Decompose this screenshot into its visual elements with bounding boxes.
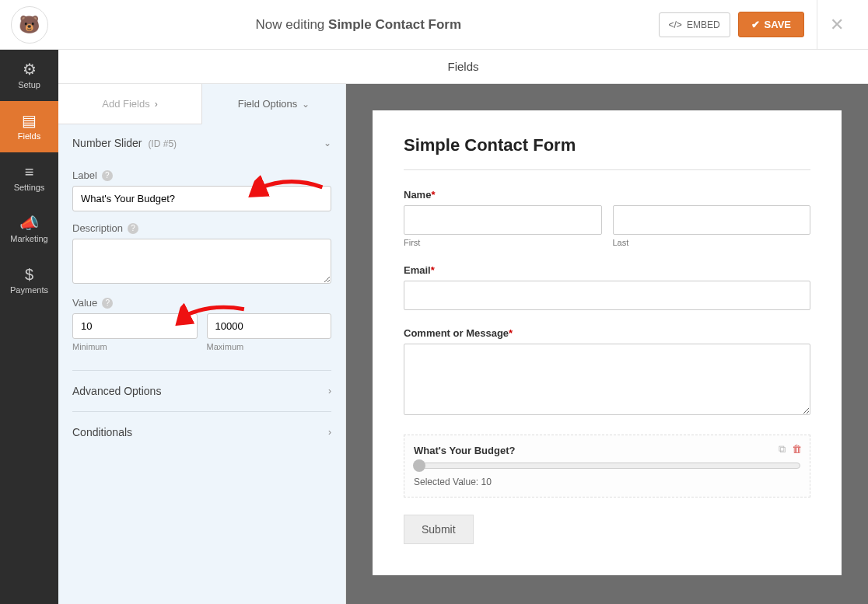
email-input[interactable] [404,281,810,310]
close-button[interactable]: ✕ [817,0,856,49]
slider-thumb[interactable] [413,459,425,472]
label-label: Label ? [72,169,331,181]
required-mark: * [431,189,435,201]
description-input[interactable] [72,239,331,284]
rail-item-setup[interactable]: ⚙ Setup [0,50,58,101]
rail-item-payments[interactable]: $ Payments [0,255,58,306]
embed-label: EMBED [687,19,720,30]
embed-button[interactable]: </> EMBED [659,12,730,37]
help-icon[interactable]: ? [102,298,113,309]
field-comment[interactable]: Comment or Message* [404,327,810,417]
form-card: Simple Contact Form Name* First [373,110,842,575]
accordion-label: Conditionals [72,426,132,438]
conditionals-toggle[interactable]: Conditionals › [72,412,331,452]
chevron-right-icon: › [328,386,331,396]
rail-label: Fields [18,131,40,141]
required-mark: * [509,327,513,339]
sliders-icon: ≡ [25,164,34,180]
delete-icon[interactable]: 🗑 [792,443,802,456]
comment-input[interactable] [404,344,810,415]
rail-label: Payments [10,285,48,295]
rail-label: Marketing [10,234,47,243]
rail-item-fields[interactable]: ▤ Fields [0,101,58,152]
tab-label: Add Fields [102,98,149,110]
section-title: Fields [58,50,868,84]
rail-item-marketing[interactable]: 📣 Marketing [0,204,58,255]
slider-label: What's Your Budget? [414,445,800,456]
help-icon[interactable]: ? [102,170,113,181]
chevron-right-icon: › [328,427,331,438]
min-input[interactable] [72,313,198,339]
options-panel: Add Fields › Field Options ⌄ Number Slid… [58,84,346,604]
tab-add-fields[interactable]: Add Fields › [58,84,201,124]
max-input[interactable] [207,313,332,339]
label-input[interactable] [72,186,331,211]
slider-value-text: Selected Value: 10 [414,477,800,487]
advanced-options-toggle[interactable]: Advanced Options › [72,371,331,411]
first-sublabel: First [404,238,602,247]
field-budget-slider[interactable]: ⧉ 🗑 What's Your Budget? Selected Value: … [404,435,810,498]
field-label: Comment or Message [404,327,509,339]
last-sublabel: Last [613,238,811,247]
gear-icon: ⚙ [23,61,37,77]
form-title: Simple Contact Form [404,135,810,155]
tab-field-options[interactable]: Field Options ⌄ [201,84,345,124]
field-type-name: Number Slider [72,137,142,149]
rail-label: Settings [14,183,45,192]
min-sublabel: Minimum [72,342,198,351]
field-label: Name [404,189,431,201]
submit-button[interactable]: Submit [404,515,474,544]
form-preview: Simple Contact Form Name* First [346,84,868,604]
dollar-icon: $ [25,267,33,282]
form-name: Simple Contact Form [328,17,461,32]
form-icon: ▤ [22,113,37,128]
megaphone-icon: 📣 [19,215,39,231]
field-name[interactable]: Name* First Last [404,189,810,247]
field-email[interactable]: Email* [404,264,810,310]
sidebar-rail: ⚙ Setup ▤ Fields ≡ Settings 📣 Marketing … [0,50,58,604]
field-id: (ID #5) [148,138,177,149]
max-sublabel: Maximum [207,342,332,351]
slider-track[interactable] [414,463,800,469]
last-name-input[interactable] [613,205,811,235]
accordion-label: Advanced Options [72,385,161,397]
save-button[interactable]: ✔ SAVE [738,12,804,37]
first-name-input[interactable] [404,205,602,235]
divider [404,169,810,170]
help-icon[interactable]: ? [128,223,138,234]
save-label: SAVE [765,19,791,30]
logo: 🐻 [0,0,58,49]
page-title: Now editing Simple Contact Form [58,17,659,33]
field-label: Email [404,264,431,276]
chevron-down-icon: ⌄ [302,99,310,110]
rail-label: Setup [18,80,40,89]
logo-icon: 🐻 [11,6,48,44]
value-label: Value ? [72,297,331,309]
description-label: Description ? [72,222,331,234]
tab-label: Field Options [238,98,298,110]
duplicate-icon[interactable]: ⧉ [779,443,786,456]
check-icon: ✔ [751,19,760,30]
close-icon: ✕ [830,15,844,35]
field-type-header[interactable]: Number Slider (ID #5) ⌄ [72,124,331,159]
chevron-down-icon: ⌄ [324,138,331,148]
rail-item-settings[interactable]: ≡ Settings [0,152,58,204]
code-icon: </> [669,19,682,30]
chevron-right-icon: › [155,99,158,110]
topbar: 🐻 Now editing Simple Contact Form </> EM… [0,0,868,50]
required-mark: * [431,264,435,276]
editing-prefix: Now editing [255,17,328,32]
